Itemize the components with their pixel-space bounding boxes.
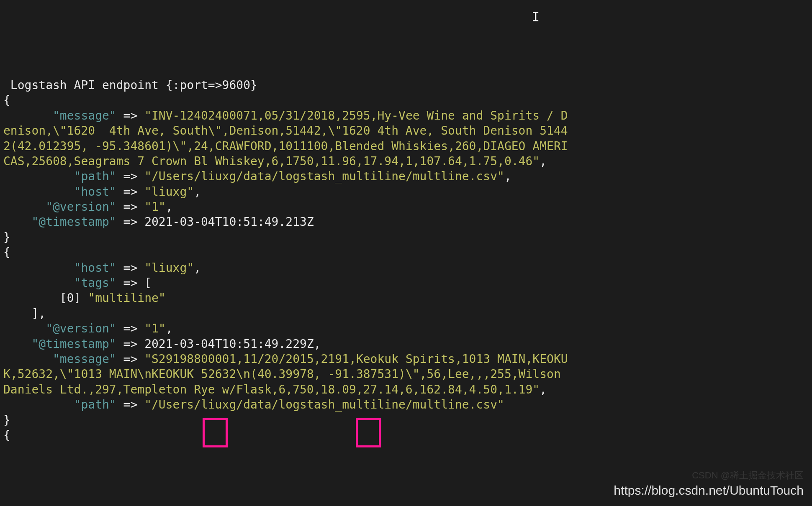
brace-open: { [3, 93, 10, 107]
comma: , [540, 383, 547, 396]
r1-message-val-2: enison,\"1620 4th Ave, South\",Denison,5… [3, 124, 568, 138]
brace-close: } [3, 230, 10, 244]
arrow: => [116, 200, 144, 214]
r1-message-val-3: 2(42.012395, -95.348601)\",24,CRAWFORD,1… [3, 139, 568, 153]
arrow: => [116, 276, 144, 290]
comma: , [540, 154, 547, 168]
r2-timestamp-key: "@timestamp" [3, 337, 116, 351]
r2-path-key: "path" [3, 398, 116, 411]
r2-version-key: "@version" [3, 322, 116, 335]
comma: , [166, 200, 173, 214]
arrow: => [116, 109, 144, 123]
arrow: => [116, 169, 144, 183]
watermark-link: https://blog.csdn.net/UbuntuTouch [614, 482, 804, 498]
r2-message-val-2c: (40.39978, -91.387531)\",56,Lee,,,255,Wi… [250, 367, 568, 381]
arrow: => [116, 215, 144, 229]
r2-version-val: "1" [144, 322, 166, 335]
r2-message-val-2b: KEOKUK 52632 [152, 367, 236, 381]
brace-close: } [3, 413, 10, 427]
r2-message-val-3: Daniels Ltd.,297,Templeton Rye w/Flask,6… [3, 383, 540, 396]
comma: , [194, 185, 201, 199]
r2-timestamp-val: 2021-03-04T10:51:49.229Z [144, 337, 314, 351]
bracket-close: ], [3, 307, 46, 320]
brace-open: { [3, 245, 10, 259]
r1-host-val: "liuxg" [144, 185, 194, 199]
r2-message-hl2: \n [236, 367, 250, 381]
r2-message-val-1: "S29198800001,11/20/2015,2191,Keokuk Spi… [144, 352, 568, 366]
arrow: => [116, 337, 144, 351]
r2-host-key: "host" [3, 261, 116, 275]
r2-message-val-2a: K,52632,\"1013 MAIN [3, 367, 137, 381]
watermark-faint: CSDN @稀土掘金技术社区 [692, 470, 804, 482]
r1-message-val-4: CAS,25608,Seagrams 7 Crown Bl Whiskey,6,… [3, 154, 540, 168]
r1-path-key: "path" [3, 169, 116, 183]
arrow: => [116, 398, 144, 411]
text-cursor-icon: 𝙸 [532, 8, 540, 26]
r1-version-key: "@version" [3, 200, 116, 214]
r2-path-val: "/Users/liuxg/data/logstash_multiline/mu… [144, 398, 504, 411]
r1-version-val: "1" [144, 200, 166, 214]
r2-tags-key: "tags" [3, 276, 116, 290]
r1-path-val: "/Users/liuxg/data/logstash_multiline/mu… [144, 169, 504, 183]
r1-host-key: "host" [3, 185, 116, 199]
arrow: => [116, 322, 144, 335]
bracket-open: [ [144, 276, 152, 290]
brace-open: { [3, 428, 10, 442]
arrow: => [116, 261, 144, 275]
r1-message-key: "message" [3, 109, 116, 123]
comma: , [194, 261, 201, 275]
arrow: => [116, 352, 144, 366]
comma: , [504, 169, 511, 183]
terminal-output: Logstash API endpoint {:port=>9600} { "m… [0, 61, 812, 445]
r2-tags-idx: [0] [3, 291, 88, 305]
arrow: => [116, 185, 144, 199]
r1-message-val-1: "INV-12402400071,05/31/2018,2595,Hy-Vee … [144, 109, 568, 123]
comma: , [166, 322, 173, 335]
r2-tags-val: "multiline" [88, 291, 165, 305]
r1-timestamp-key: "@timestamp" [3, 215, 116, 229]
header-line: Logstash API endpoint {:port=>9600} [3, 78, 257, 92]
r2-host-val: "liuxg" [144, 261, 194, 275]
r2-message-key: "message" [3, 352, 116, 366]
comma: , [314, 337, 321, 351]
r1-timestamp-val: 2021-03-04T10:51:49.213Z [144, 215, 314, 229]
r2-message-hl1: \n [137, 367, 152, 381]
